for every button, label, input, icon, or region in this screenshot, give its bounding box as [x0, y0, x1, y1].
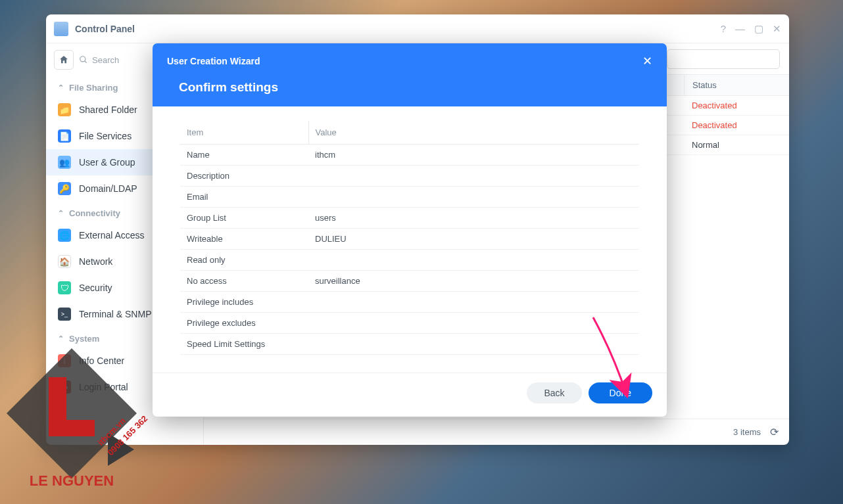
value-cell — [308, 250, 639, 271]
svg-text:LE NGUYEN: LE NGUYEN — [30, 472, 114, 489]
status-cell: Deactivated — [684, 116, 789, 135]
status-cell: Normal — [684, 135, 789, 154]
table-row: Speed Limit Settings — [180, 334, 639, 355]
network-icon: 🏠 — [58, 255, 71, 268]
chevron-down-icon: ⌃ — [58, 83, 64, 92]
value-cell — [308, 292, 639, 313]
svg-point-0 — [80, 57, 85, 62]
value-cell: users — [308, 208, 639, 229]
col-value: Value — [308, 121, 639, 145]
window-header: Control Panel ? — ▢ ✕ — [46, 14, 789, 43]
item-cell: Email — [180, 187, 308, 208]
search-placeholder: Search — [92, 55, 119, 65]
user-group-icon: 👥 — [58, 156, 71, 169]
table-row: Privilege includes — [180, 292, 639, 313]
svg-line-1 — [85, 61, 87, 63]
user-creation-wizard-modal: User Creation Wizard ✕ Confirm settings … — [153, 43, 667, 417]
value-cell: ithcm — [308, 145, 639, 166]
item-cell: Speed Limit Settings — [180, 334, 308, 355]
external-access-icon: 🌐 — [58, 229, 71, 242]
value-cell: surveillance — [308, 271, 639, 292]
item-cell: Group List — [180, 208, 308, 229]
login-icon: ➜ — [58, 380, 71, 394]
back-button[interactable]: Back — [527, 382, 581, 403]
modal-header: User Creation Wizard ✕ Confirm settings — [153, 43, 667, 106]
value-cell: DULIEU — [308, 229, 639, 250]
modal-close-icon[interactable]: ✕ — [642, 54, 652, 68]
refresh-icon[interactable]: ⟳ — [770, 426, 779, 438]
search-icon — [79, 55, 88, 64]
domain-icon: 🔑 — [58, 182, 71, 195]
user-search-input[interactable] — [667, 49, 780, 69]
control-panel-icon — [54, 22, 68, 36]
chevron-down-icon: ⌃ — [58, 209, 64, 218]
modal-title: User Creation Wizard — [167, 56, 260, 66]
item-count: 3 items — [733, 427, 761, 437]
item-cell: No access — [180, 271, 308, 292]
value-cell — [308, 334, 639, 355]
modal-footer: Back Done — [153, 373, 667, 417]
minimize-icon[interactable]: — — [735, 23, 745, 35]
info-icon: i — [58, 354, 71, 367]
value-cell — [308, 187, 639, 208]
main-footer: 3 items ⟳ — [204, 419, 789, 445]
item-cell: Read only — [180, 250, 308, 271]
status-cell: Deactivated — [684, 96, 789, 115]
value-cell — [308, 166, 639, 187]
table-row: Privilege excludes — [180, 313, 639, 334]
table-row: Nameithcm — [180, 145, 639, 166]
help-icon[interactable]: ? — [721, 23, 726, 35]
table-row: Read only — [180, 250, 639, 271]
maximize-icon[interactable]: ▢ — [754, 23, 763, 35]
shield-icon: 🛡 — [58, 281, 71, 294]
col-item: Item — [180, 121, 308, 145]
modal-body: Item Value NameithcmDescriptionEmailGrou… — [153, 106, 667, 373]
column-status[interactable]: Status — [684, 75, 789, 95]
table-row: Description — [180, 166, 639, 187]
item-cell: Privilege excludes — [180, 313, 308, 334]
item-cell: Privilege includes — [180, 292, 308, 313]
modal-heading: Confirm settings — [167, 80, 652, 95]
table-row: WriteableDULIEU — [180, 229, 639, 250]
table-row: Group Listusers — [180, 208, 639, 229]
confirm-settings-table: Item Value NameithcmDescriptionEmailGrou… — [180, 121, 639, 355]
item-cell: Name — [180, 145, 308, 166]
home-button[interactable] — [54, 50, 74, 70]
close-icon[interactable]: ✕ — [773, 23, 781, 35]
folder-icon: 📁 — [58, 103, 71, 116]
terminal-icon: >_ — [58, 308, 71, 321]
window-controls: ? — ▢ ✕ — [721, 23, 781, 35]
table-row: No accesssurveillance — [180, 271, 639, 292]
done-button[interactable]: Done — [589, 382, 652, 403]
value-cell — [308, 313, 639, 334]
chevron-down-icon: ⌃ — [58, 334, 64, 343]
item-cell: Description — [180, 166, 308, 187]
window-title: Control Panel — [75, 24, 721, 34]
item-cell: Writeable — [180, 229, 308, 250]
file-services-icon: 📄 — [58, 129, 71, 143]
table-row: Email — [180, 187, 639, 208]
